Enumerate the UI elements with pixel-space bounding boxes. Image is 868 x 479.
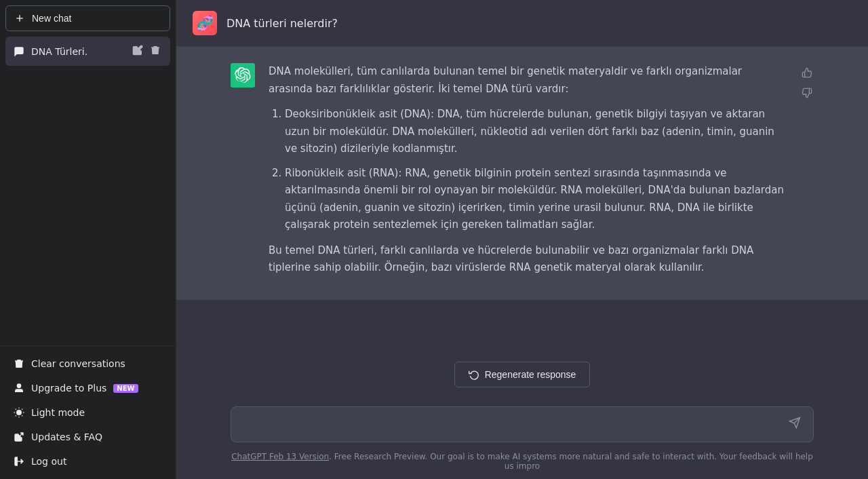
thumbs-down-button[interactable] <box>800 86 814 102</box>
pencil-icon <box>132 45 143 56</box>
regenerate-area: Regenerate response <box>176 351 868 398</box>
plus-icon <box>14 13 25 24</box>
svg-line-6 <box>16 409 16 410</box>
chat-header: 🧬 DNA türleri nelerdir? <box>176 0 868 47</box>
main-content: 🧬 DNA türleri nelerdir? DNA molekülleri,… <box>176 0 868 479</box>
svg-line-10 <box>16 415 16 416</box>
delete-chat-button[interactable] <box>149 43 162 59</box>
message-list: Deoksiribonükleik asit (DNA): DNA, tüm h… <box>269 106 787 234</box>
message-paragraph: DNA molekülleri, tüm canlılarda bulunan … <box>269 63 787 98</box>
chat-header-icon: 🧬 <box>193 11 217 35</box>
chat-item-actions <box>131 43 162 59</box>
avatar <box>231 63 255 88</box>
message-footer-paragraph: Bu temel DNA türleri, farklı canlılarda … <box>269 242 787 277</box>
log-out-item[interactable]: Log out <box>5 449 170 474</box>
message-actions <box>800 66 814 102</box>
list-item: Ribonükleik asit (RNA): RNA, genetik bil… <box>285 165 787 234</box>
thumbs-down-icon <box>802 88 812 98</box>
footer: ChatGPT Feb 13 Version. Free Research Pr… <box>176 448 868 479</box>
chat-item-label: DNA Türleri. <box>31 46 124 57</box>
regenerate-icon <box>469 369 479 380</box>
messages-area: DNA molekülleri, tüm canlılarda bulunan … <box>176 47 868 351</box>
user-icon <box>14 383 24 394</box>
thumbs-up-icon <box>802 67 812 78</box>
new-badge: NEW <box>113 384 138 393</box>
new-chat-label: New chat <box>32 13 71 24</box>
updates-faq-label: Updates & FAQ <box>31 432 102 442</box>
message-row: DNA molekülleri, tüm canlılarda bulunan … <box>176 47 868 300</box>
light-mode-label: Light mode <box>31 407 85 418</box>
svg-point-2 <box>17 384 20 387</box>
upgrade-to-plus-label: Upgrade to Plus <box>31 383 106 394</box>
svg-line-11 <box>22 409 22 410</box>
trash-icon <box>14 358 24 369</box>
chat-history-item[interactable]: DNA Türleri. <box>5 37 170 66</box>
sidebar-top: New chat DNA Türleri. <box>0 0 176 345</box>
input-area <box>176 398 868 448</box>
edit-chat-button[interactable] <box>131 43 144 59</box>
light-mode-item[interactable]: Light mode <box>5 400 170 425</box>
chatgpt-icon <box>235 67 251 83</box>
footer-text: . Free Research Preview. Our goal is to … <box>329 452 813 471</box>
chat-icon <box>14 46 24 57</box>
svg-point-3 <box>17 410 22 415</box>
upgrade-to-plus-item[interactable]: Upgrade to Plus NEW <box>5 376 170 400</box>
list-item: Deoksiribonükleik asit (DNA): DNA, tüm h… <box>285 106 787 158</box>
logout-icon <box>14 456 24 467</box>
send-icon <box>789 417 801 429</box>
thumbs-up-button[interactable] <box>800 66 814 82</box>
chat-header-title: DNA türleri nelerdir? <box>226 17 338 30</box>
updates-faq-item[interactable]: Updates & FAQ <box>5 425 170 449</box>
clear-conversations-item[interactable]: Clear conversations <box>5 351 170 376</box>
log-out-label: Log out <box>31 456 66 467</box>
input-box <box>231 406 814 442</box>
trash-icon <box>150 45 161 56</box>
sun-icon <box>14 407 24 418</box>
clear-conversations-label: Clear conversations <box>31 358 125 369</box>
message-content: DNA molekülleri, tüm canlılarda bulunan … <box>269 63 787 284</box>
chat-input[interactable] <box>241 419 786 431</box>
sidebar: New chat DNA Türleri. <box>0 0 176 479</box>
footer-link[interactable]: ChatGPT Feb 13 Version <box>231 452 329 461</box>
external-link-icon <box>14 432 24 442</box>
svg-line-7 <box>22 415 22 416</box>
send-button[interactable] <box>786 414 804 435</box>
regenerate-button[interactable]: Regenerate response <box>454 362 591 387</box>
sidebar-bottom: Clear conversations Upgrade to Plus NEW <box>0 345 176 479</box>
regenerate-label: Regenerate response <box>485 369 576 380</box>
new-chat-button[interactable]: New chat <box>5 5 170 31</box>
